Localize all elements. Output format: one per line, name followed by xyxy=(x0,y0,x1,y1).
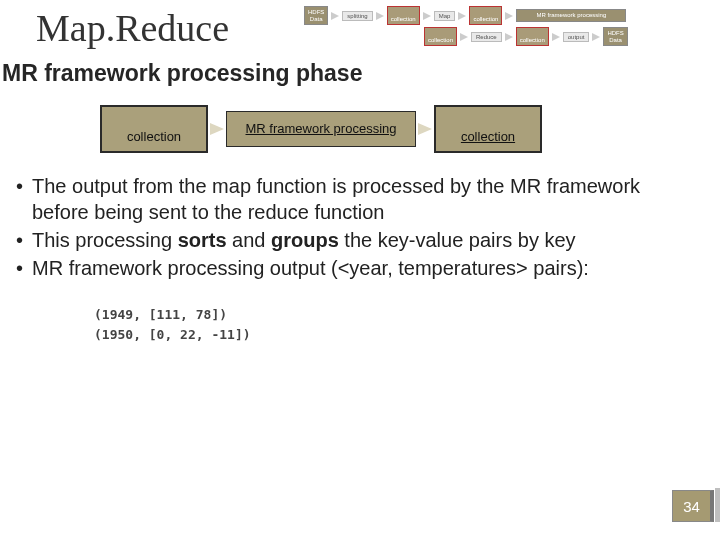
arrow-icon xyxy=(505,33,513,41)
mini-mr: MR framework processing xyxy=(516,9,626,22)
flow-input-box: collection xyxy=(100,105,208,154)
mini-output: output xyxy=(563,32,590,42)
mini-map: Map xyxy=(434,11,456,21)
bullet-item: This processing sorts and groups the key… xyxy=(16,227,696,253)
bullet-item: MR framework processing output (<year, t… xyxy=(16,255,696,281)
mini-kv4: collection xyxy=(516,27,549,46)
flow-output-box: collection xyxy=(434,105,542,154)
mini-hdfs-out: HDFSData xyxy=(603,27,627,46)
arrow-icon xyxy=(376,12,384,20)
bullet-list: The output from the map function is proc… xyxy=(0,159,720,281)
mini-splitting: splitting xyxy=(342,11,372,21)
mini-kv2: collection xyxy=(469,6,502,25)
arrow-icon xyxy=(460,33,468,41)
code-line: (1950, [0, 22, -11]) xyxy=(94,325,720,345)
arrow-icon xyxy=(418,123,432,135)
bullet-item: The output from the map function is proc… xyxy=(16,173,696,225)
code-line: (1949, [111, 78]) xyxy=(94,305,720,325)
mini-overview-diagram: HDFSData splitting collection Map collec… xyxy=(304,6,712,56)
mini-hdfs-in: HDFSData xyxy=(304,6,328,25)
page-number: 34 xyxy=(672,490,714,522)
flow-mid-box: MR framework processing xyxy=(226,111,416,147)
flow-diagram: collection MR framework processing colle… xyxy=(0,87,720,160)
arrow-icon xyxy=(210,123,224,135)
arrow-icon xyxy=(458,12,466,20)
arrow-icon xyxy=(331,12,339,20)
arrow-icon xyxy=(423,12,431,20)
arrow-icon xyxy=(505,12,513,20)
mini-kv1: collection xyxy=(387,6,420,25)
side-decoration xyxy=(715,488,720,522)
mini-reduce: Reduce xyxy=(471,32,502,42)
mini-kv3: collection xyxy=(424,27,457,46)
code-sample: (1949, [111, 78]) (1950, [0, 22, -11]) xyxy=(0,283,720,344)
arrow-icon xyxy=(552,33,560,41)
arrow-icon xyxy=(592,33,600,41)
